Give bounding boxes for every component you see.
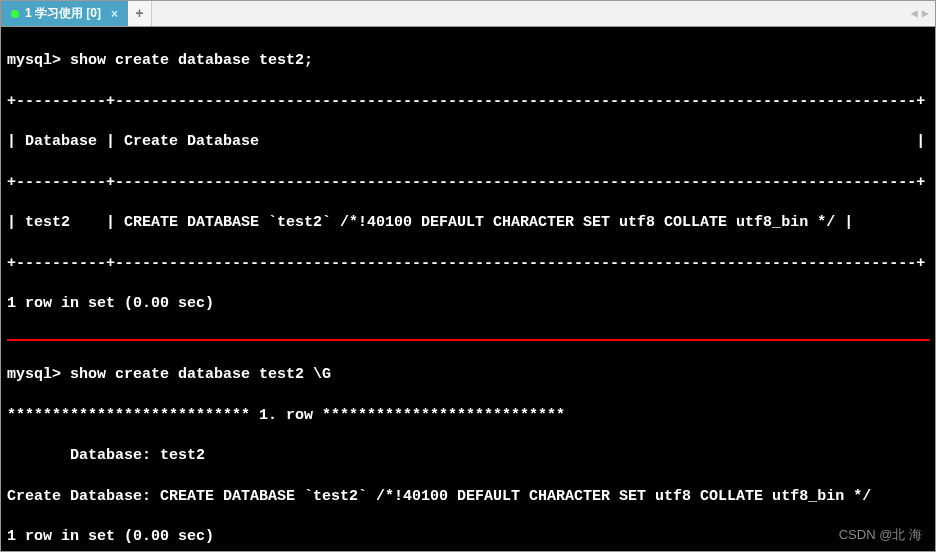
tab-filler xyxy=(152,1,905,26)
terminal-line: Database: test2 xyxy=(7,446,929,466)
terminal-line: Create Database: CREATE DATABASE `test2`… xyxy=(7,487,929,507)
tab-bar: 1 学习使用 [0] × + ◀ ▶ xyxy=(1,1,935,27)
status-dot-icon xyxy=(11,10,19,18)
terminal-line: mysql> show create database test2 \G xyxy=(7,365,929,385)
terminal-line: | Database | Create Database | xyxy=(7,132,929,152)
terminal-line: +----------+----------------------------… xyxy=(7,92,929,112)
new-tab-button[interactable]: + xyxy=(128,1,152,26)
terminal-line: | test2 | CREATE DATABASE `test2` /*!401… xyxy=(7,213,929,233)
terminal-line: *************************** 1. row *****… xyxy=(7,406,929,426)
close-icon[interactable]: × xyxy=(111,7,118,21)
tab-nav: ◀ ▶ xyxy=(905,1,935,26)
terminal-line: mysql> show create database test2; xyxy=(7,51,929,71)
watermark: CSDN @北 海 xyxy=(839,526,922,544)
divider xyxy=(7,339,929,341)
chevron-left-icon[interactable]: ◀ xyxy=(911,6,918,21)
terminal-line: +----------+----------------------------… xyxy=(7,173,929,193)
terminal-line: 1 row in set (0.00 sec) xyxy=(7,527,929,547)
terminal[interactable]: mysql> show create database test2; +----… xyxy=(1,27,935,552)
terminal-line: +----------+----------------------------… xyxy=(7,254,929,274)
tab-active[interactable]: 1 学习使用 [0] × xyxy=(1,1,128,26)
tab-title: 1 学习使用 [0] xyxy=(25,5,101,22)
terminal-line: 1 row in set (0.00 sec) xyxy=(7,294,929,314)
chevron-right-icon[interactable]: ▶ xyxy=(922,6,929,21)
